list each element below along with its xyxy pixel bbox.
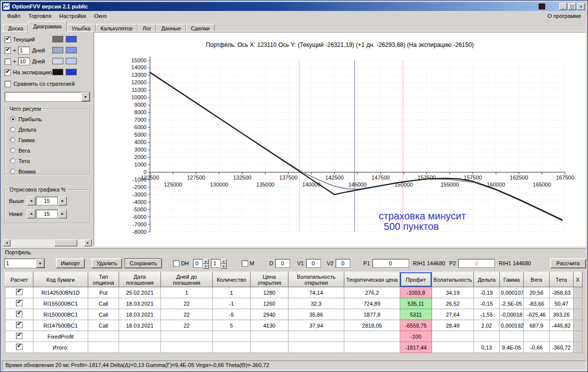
- column-header-quantity[interactable]: Количество: [213, 272, 251, 287]
- column-header-security-code[interactable]: Код бумаги: [33, 272, 88, 287]
- draw-option-profit[interactable]: Прибыль: [5, 114, 90, 124]
- portfolio-select[interactable]: 1 ▼: [4, 258, 45, 268]
- row-close-cell[interactable]: [574, 298, 583, 309]
- color-swatch-primary[interactable]: [52, 58, 63, 64]
- column-header-profit[interactable]: Профит: [400, 272, 432, 287]
- spin-down-icon[interactable]: ▼: [221, 264, 227, 269]
- spin-up-icon[interactable]: ▲: [221, 259, 227, 264]
- series-checkbox-expiration[interactable]: [4, 69, 11, 76]
- cell-theta: -445,82: [550, 320, 574, 331]
- render-range-input-above[interactable]: [36, 196, 58, 205]
- dh-spinner-b-value[interactable]: 1: [211, 259, 221, 268]
- row-calc-checkbox[interactable]: [16, 333, 22, 339]
- menu-item-about[interactable]: О программе: [544, 12, 585, 20]
- tabbar: ДоскаДиаграммаУлыбкаКалькуляторЛогДанные…: [2, 21, 586, 31]
- column-header-calc[interactable]: Расчет: [5, 272, 33, 287]
- render-range-input-below[interactable]: [36, 209, 58, 218]
- color-swatch-secondary[interactable]: [66, 36, 77, 42]
- draw-option-delta[interactable]: Дельта: [5, 124, 90, 135]
- decrease-button[interactable]: ◄: [27, 209, 35, 218]
- series-checkbox-current[interactable]: [4, 36, 11, 43]
- maximize-button[interactable]: □: [568, 3, 576, 10]
- tab-diagram[interactable]: Диаграмма: [28, 21, 66, 31]
- payoff-chart[interactable]: -8000-7000-6000-5000-4000-3000-2000-1000…: [94, 51, 587, 247]
- chevron-down-icon[interactable]: ▼: [36, 259, 44, 268]
- column-header-gamma[interactable]: Гамма: [500, 272, 524, 287]
- scrollbar-thumb[interactable]: [54, 239, 77, 246]
- column-header-open-price[interactable]: Цена открытия: [251, 272, 289, 287]
- days-input-plus10-days[interactable]: [18, 57, 30, 65]
- series-checkbox-plus10-days[interactable]: [4, 58, 11, 65]
- save-button[interactable]: Сохранить: [125, 258, 162, 268]
- cell-date: [119, 342, 161, 353]
- row-close-cell[interactable]: [574, 287, 583, 298]
- spin-down-icon[interactable]: ▼: [203, 264, 209, 269]
- dh-spinner-b[interactable]: 1 ▲▼: [211, 259, 227, 268]
- draw-option-gamma[interactable]: Гамма: [5, 135, 90, 145]
- minimize-button[interactable]: _: [559, 3, 567, 10]
- color-swatch-secondary[interactable]: [66, 69, 77, 75]
- column-header-expiry-date[interactable]: Дата погашения: [119, 272, 161, 287]
- p1-input[interactable]: [372, 259, 409, 268]
- decrease-button[interactable]: ◄: [27, 196, 35, 205]
- color-swatch-secondary[interactable]: [66, 58, 77, 64]
- column-header-theta[interactable]: Тета: [550, 272, 574, 287]
- menu-item-settings[interactable]: Настройки: [55, 12, 90, 20]
- close-button[interactable]: ×: [577, 3, 585, 10]
- scroll-left-icon[interactable]: ◄: [3, 239, 10, 246]
- scroll-right-icon[interactable]: ►: [84, 239, 92, 246]
- color-swatch-primary[interactable]: [52, 47, 63, 53]
- row-close-cell[interactable]: [574, 342, 583, 353]
- dh-checkbox[interactable]: [173, 260, 179, 267]
- import-button[interactable]: Импорт: [56, 258, 85, 268]
- days-input-plus1-days[interactable]: [18, 46, 30, 54]
- row-close-cell[interactable]: [574, 309, 583, 320]
- row-close-cell[interactable]: [574, 331, 583, 342]
- positions-table-zone: РасчетКод бумагиТип опционаДата погашени…: [2, 271, 586, 360]
- column-header-volatility[interactable]: Волатильность: [432, 272, 474, 287]
- m-checkbox[interactable]: [242, 260, 248, 267]
- row-close-cell[interactable]: [574, 320, 583, 331]
- row-calc-checkbox[interactable]: [16, 289, 22, 295]
- menu-item-trading[interactable]: Торговля: [24, 12, 55, 20]
- draw-option-vomma[interactable]: Вомма: [5, 166, 90, 177]
- column-header-theoretical-price[interactable]: Теоретическая цена: [344, 272, 400, 287]
- column-header-option-type[interactable]: Тип опциона: [88, 272, 119, 287]
- compare-strategy-checkbox[interactable]: [4, 81, 11, 87]
- column-header-vega[interactable]: Вега: [524, 272, 550, 287]
- draw-option-theta[interactable]: Тета: [5, 156, 90, 166]
- color-swatch-primary[interactable]: [52, 36, 63, 42]
- row-calc-checkbox[interactable]: [16, 344, 22, 350]
- menu-item-file[interactable]: Файл: [3, 12, 24, 20]
- color-swatch-secondary[interactable]: [66, 47, 77, 53]
- p2-input[interactable]: [458, 259, 495, 268]
- spin-up-icon[interactable]: ▲: [203, 259, 209, 264]
- column-header-open-volatility[interactable]: Волатильность открытия: [289, 272, 344, 287]
- v2-input[interactable]: [335, 259, 350, 268]
- row-calc-checkbox[interactable]: [16, 300, 22, 306]
- draw-option-vega[interactable]: Вега: [5, 145, 90, 156]
- calc-cell: [5, 309, 33, 320]
- d-input[interactable]: [275, 259, 290, 268]
- cell-theo: 276,2: [344, 287, 400, 298]
- dh-spinner-a-value[interactable]: 0: [193, 259, 203, 268]
- panel-horizontal-scrollbar[interactable]: ◄ ►: [3, 239, 92, 246]
- column-header-days-to-expiry[interactable]: Дней до погашения: [161, 272, 213, 287]
- chevron-down-icon[interactable]: ▼: [81, 92, 90, 101]
- increase-button[interactable]: ►: [58, 209, 67, 218]
- cell-theo: 1877,8: [344, 309, 400, 320]
- column-header-close[interactable]: X: [574, 272, 583, 287]
- strategy-combobox[interactable]: ▼: [4, 92, 90, 102]
- increase-button[interactable]: ►: [58, 196, 67, 205]
- scrollbar-track[interactable]: [10, 239, 84, 246]
- series-checkbox-plus1-days[interactable]: [4, 47, 11, 54]
- color-swatch-primary[interactable]: [52, 69, 63, 75]
- row-calc-checkbox[interactable]: [16, 322, 22, 328]
- menu-item-window[interactable]: Окно: [90, 12, 111, 20]
- row-calc-checkbox[interactable]: [16, 311, 22, 317]
- dh-spinner-a[interactable]: 0 ▲▼: [193, 259, 209, 268]
- column-header-delta[interactable]: Дельта: [474, 272, 500, 287]
- delete-button[interactable]: Удалить: [91, 258, 122, 268]
- v1-input[interactable]: [306, 259, 321, 268]
- calculate-button[interactable]: Рассчита: [550, 258, 586, 268]
